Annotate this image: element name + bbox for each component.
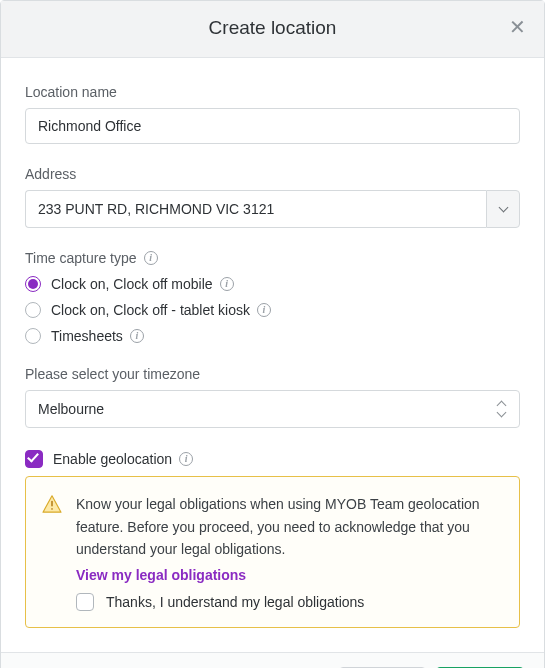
radio-label-text: Clock on, Clock off - tablet kiosk (51, 302, 250, 318)
checkbox-icon (76, 593, 94, 611)
radio-label: Clock on, Clock off - tablet kiosk i (51, 302, 271, 318)
warning-icon (42, 495, 62, 513)
info-icon[interactable]: i (257, 303, 271, 317)
checkbox-icon (25, 450, 43, 468)
legal-acknowledgement-checkbox[interactable]: Thanks, I understand my legal obligation… (76, 593, 501, 611)
radio-label: Timesheets i (51, 328, 144, 344)
location-name-field: Location name (25, 84, 520, 144)
address-field: Address 233 PUNT RD, RICHMOND VIC 3121 (25, 166, 520, 228)
radio-label-text: Timesheets (51, 328, 123, 344)
close-button[interactable]: ✕ (505, 15, 530, 39)
info-icon[interactable]: i (179, 452, 193, 466)
geolocation-notice: Know your legal obligations when using M… (25, 476, 520, 627)
enable-geolocation-label-text: Enable geolocation (53, 451, 172, 467)
time-capture-field: Time capture type i Clock on, Clock off … (25, 250, 520, 344)
timezone-select[interactable]: Melbourne (25, 390, 520, 428)
time-capture-radio-group: Clock on, Clock off mobile i Clock on, C… (25, 276, 520, 344)
create-location-modal: Create location ✕ Location name Address … (0, 0, 545, 668)
location-name-input[interactable] (25, 108, 520, 144)
chevron-down-icon (500, 207, 507, 211)
time-capture-label: Time capture type i (25, 250, 520, 266)
enable-geolocation-label: Enable geolocation i (53, 451, 193, 467)
info-icon[interactable]: i (220, 277, 234, 291)
info-icon[interactable]: i (144, 251, 158, 265)
radio-icon (25, 276, 41, 292)
legal-ack-label: Thanks, I understand my legal obligation… (106, 594, 364, 610)
svg-rect-0 (51, 501, 53, 507)
view-legal-obligations-link[interactable]: View my legal obligations (76, 567, 246, 583)
radio-icon (25, 302, 41, 318)
radio-icon (25, 328, 41, 344)
modal-footer: Cancel Save (1, 652, 544, 668)
modal-header: Create location ✕ (1, 1, 544, 58)
location-name-label: Location name (25, 84, 520, 100)
geolocation-notice-content: Know your legal obligations when using M… (76, 493, 501, 610)
geolocation-notice-text: Know your legal obligations when using M… (76, 493, 501, 560)
timezone-field: Please select your timezone Melbourne (25, 366, 520, 428)
address-dropdown[interactable]: 233 PUNT RD, RICHMOND VIC 3121 (25, 190, 520, 228)
address-dropdown-button[interactable] (486, 190, 520, 228)
radio-label-text: Clock on, Clock off mobile (51, 276, 213, 292)
modal-title: Create location (1, 17, 544, 39)
radio-option-kiosk[interactable]: Clock on, Clock off - tablet kiosk i (25, 302, 520, 318)
info-icon[interactable]: i (130, 329, 144, 343)
address-label: Address (25, 166, 520, 182)
timezone-value: Melbourne (25, 390, 520, 428)
radio-label: Clock on, Clock off mobile i (51, 276, 234, 292)
time-capture-label-text: Time capture type (25, 250, 137, 266)
svg-rect-1 (51, 508, 53, 510)
enable-geolocation-checkbox[interactable]: Enable geolocation i (25, 450, 520, 468)
radio-option-timesheets[interactable]: Timesheets i (25, 328, 520, 344)
address-value: 233 PUNT RD, RICHMOND VIC 3121 (25, 190, 486, 228)
close-icon: ✕ (509, 16, 526, 38)
modal-body: Location name Address 233 PUNT RD, RICHM… (1, 58, 544, 652)
timezone-label: Please select your timezone (25, 366, 520, 382)
radio-option-mobile[interactable]: Clock on, Clock off mobile i (25, 276, 520, 292)
